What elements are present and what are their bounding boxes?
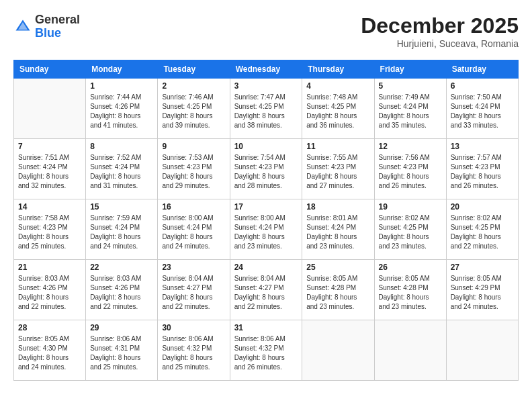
logo-icon [13,17,32,36]
day-number: 3 [234,81,298,91]
day-number: 16 [162,202,225,212]
logo-blue: Blue [35,26,61,40]
day-number: 9 [162,142,225,151]
day-number: 31 [234,323,298,332]
calendar-day-1: 1Sunrise: 7:44 AM Sunset: 4:26 PM Daylig… [86,79,158,139]
calendar-day-18: 18Sunrise: 8:01 AM Sunset: 4:24 PM Dayli… [302,199,374,260]
calendar-week-2: 7Sunrise: 7:51 AM Sunset: 4:24 PM Daylig… [14,139,519,199]
header-saturday: Saturday [446,60,518,79]
day-number: 6 [451,81,514,91]
calendar-day-23: 23Sunrise: 8:04 AM Sunset: 4:27 PM Dayli… [158,260,230,320]
calendar-day-13: 13Sunrise: 7:57 AM Sunset: 4:23 PM Dayli… [446,139,518,199]
header-monday: Monday [86,60,158,79]
day-number: 20 [451,202,514,212]
day-number: 18 [306,202,369,212]
calendar-day-12: 12Sunrise: 7:56 AM Sunset: 4:23 PM Dayli… [374,139,446,199]
day-number: 14 [18,202,81,212]
calendar-day-25: 25Sunrise: 8:05 AM Sunset: 4:28 PM Dayli… [302,260,374,320]
day-info: Sunrise: 7:59 AM Sunset: 4:24 PM Dayligh… [90,214,153,251]
calendar-day-16: 16Sunrise: 8:00 AM Sunset: 4:24 PM Dayli… [158,199,230,260]
day-info: Sunrise: 8:02 AM Sunset: 4:25 PM Dayligh… [451,214,514,251]
logo-general: General [35,13,80,26]
day-number: 1 [90,81,153,91]
day-number: 24 [234,263,298,272]
calendar-day-15: 15Sunrise: 7:59 AM Sunset: 4:24 PM Dayli… [86,199,158,260]
calendar-day-3: 3Sunrise: 7:47 AM Sunset: 4:25 PM Daylig… [230,79,302,139]
calendar-day-22: 22Sunrise: 8:03 AM Sunset: 4:26 PM Dayli… [86,260,158,320]
day-number: 25 [306,263,369,272]
day-info: Sunrise: 7:55 AM Sunset: 4:23 PM Dayligh… [306,153,369,191]
day-info: Sunrise: 8:00 AM Sunset: 4:24 PM Dayligh… [234,214,298,251]
calendar-empty [446,320,518,381]
calendar-day-8: 8Sunrise: 7:52 AM Sunset: 4:24 PM Daylig… [86,139,158,199]
header-thursday: Thursday [302,60,374,79]
day-number: 7 [18,142,81,151]
day-number: 11 [306,142,369,151]
logo: General Blue [13,13,80,40]
calendar-day-21: 21Sunrise: 8:03 AM Sunset: 4:26 PM Dayli… [14,260,86,320]
day-number: 15 [90,202,153,212]
day-number: 28 [18,323,81,332]
calendar-day-10: 10Sunrise: 7:54 AM Sunset: 4:23 PM Dayli… [230,139,302,199]
day-number: 17 [234,202,298,212]
day-info: Sunrise: 7:58 AM Sunset: 4:23 PM Dayligh… [18,214,81,251]
day-info: Sunrise: 7:53 AM Sunset: 4:23 PM Dayligh… [162,153,225,191]
day-info: Sunrise: 8:05 AM Sunset: 4:29 PM Dayligh… [451,274,514,312]
calendar-day-29: 29Sunrise: 8:06 AM Sunset: 4:31 PM Dayli… [86,320,158,381]
calendar-day-7: 7Sunrise: 7:51 AM Sunset: 4:24 PM Daylig… [14,139,86,199]
day-info: Sunrise: 7:48 AM Sunset: 4:25 PM Dayligh… [306,93,369,130]
day-info: Sunrise: 7:54 AM Sunset: 4:23 PM Dayligh… [234,153,298,191]
page-header: General Blue December 2025 Hurjuieni, Su… [13,13,519,49]
title-block: December 2025 Hurjuieni, Suceava, Romani… [361,13,519,49]
calendar-day-11: 11Sunrise: 7:55 AM Sunset: 4:23 PM Dayli… [302,139,374,199]
day-number: 21 [18,263,81,272]
day-number: 10 [234,142,298,151]
logo-text: General Blue [35,13,80,40]
day-info: Sunrise: 8:06 AM Sunset: 4:32 PM Dayligh… [234,334,298,372]
day-info: Sunrise: 8:03 AM Sunset: 4:26 PM Dayligh… [18,274,81,312]
calendar-day-5: 5Sunrise: 7:49 AM Sunset: 4:24 PM Daylig… [374,79,446,139]
calendar-week-4: 21Sunrise: 8:03 AM Sunset: 4:26 PM Dayli… [14,260,519,320]
calendar-day-19: 19Sunrise: 8:02 AM Sunset: 4:25 PM Dayli… [374,199,446,260]
day-info: Sunrise: 7:57 AM Sunset: 4:23 PM Dayligh… [451,153,514,191]
day-number: 22 [90,263,153,272]
calendar-week-1: 1Sunrise: 7:44 AM Sunset: 4:26 PM Daylig… [14,79,519,139]
day-info: Sunrise: 8:03 AM Sunset: 4:26 PM Dayligh… [90,274,153,312]
day-info: Sunrise: 7:47 AM Sunset: 4:25 PM Dayligh… [234,93,298,130]
header-friday: Friday [374,60,446,79]
day-number: 27 [451,263,514,272]
day-number: 5 [379,81,442,91]
day-info: Sunrise: 8:06 AM Sunset: 4:31 PM Dayligh… [90,334,153,372]
day-info: Sunrise: 7:49 AM Sunset: 4:24 PM Dayligh… [379,93,442,130]
calendar-table: SundayMondayTuesdayWednesdayThursdayFrid… [13,60,519,381]
header-sunday: Sunday [14,60,86,79]
day-info: Sunrise: 8:04 AM Sunset: 4:27 PM Dayligh… [162,274,225,312]
day-info: Sunrise: 8:05 AM Sunset: 4:30 PM Dayligh… [18,334,81,372]
day-info: Sunrise: 8:06 AM Sunset: 4:32 PM Dayligh… [162,334,225,372]
day-info: Sunrise: 8:00 AM Sunset: 4:24 PM Dayligh… [162,214,225,251]
calendar-empty [14,79,86,139]
day-info: Sunrise: 8:01 AM Sunset: 4:24 PM Dayligh… [306,214,369,251]
calendar-day-30: 30Sunrise: 8:06 AM Sunset: 4:32 PM Dayli… [158,320,230,381]
day-number: 12 [379,142,442,151]
day-number: 23 [162,263,225,272]
calendar-week-5: 28Sunrise: 8:05 AM Sunset: 4:30 PM Dayli… [14,320,519,381]
calendar-day-9: 9Sunrise: 7:53 AM Sunset: 4:23 PM Daylig… [158,139,230,199]
calendar-day-17: 17Sunrise: 8:00 AM Sunset: 4:24 PM Dayli… [230,199,302,260]
day-info: Sunrise: 8:05 AM Sunset: 4:28 PM Dayligh… [379,274,442,312]
day-number: 13 [451,142,514,151]
calendar-day-27: 27Sunrise: 8:05 AM Sunset: 4:29 PM Dayli… [446,260,518,320]
header-wednesday: Wednesday [230,60,302,79]
calendar-day-2: 2Sunrise: 7:46 AM Sunset: 4:25 PM Daylig… [158,79,230,139]
day-number: 29 [90,323,153,332]
calendar-day-14: 14Sunrise: 7:58 AM Sunset: 4:23 PM Dayli… [14,199,86,260]
day-number: 4 [306,81,369,91]
calendar-day-24: 24Sunrise: 8:04 AM Sunset: 4:27 PM Dayli… [230,260,302,320]
day-info: Sunrise: 7:50 AM Sunset: 4:24 PM Dayligh… [451,93,514,130]
calendar-header-row: SundayMondayTuesdayWednesdayThursdayFrid… [14,60,519,79]
day-info: Sunrise: 8:05 AM Sunset: 4:28 PM Dayligh… [306,274,369,312]
location: Hurjuieni, Suceava, Romania [361,38,519,49]
calendar-day-6: 6Sunrise: 7:50 AM Sunset: 4:24 PM Daylig… [446,79,518,139]
calendar-day-26: 26Sunrise: 8:05 AM Sunset: 4:28 PM Dayli… [374,260,446,320]
day-number: 26 [379,263,442,272]
